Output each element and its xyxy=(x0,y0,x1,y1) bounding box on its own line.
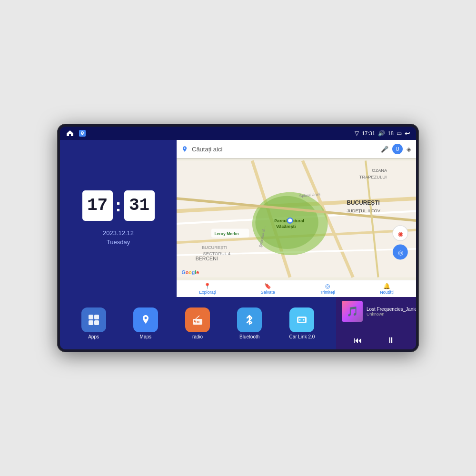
music-controls: ⏮ ⏸ ⏭ xyxy=(342,336,416,346)
map-bottom-bar: 📍 Explorați 🔖 Salvate ◎ Trimiteți 🔔 Nout… xyxy=(177,280,416,297)
status-bar: ▽ 17:31 🔊 18 ▭ ↩ xyxy=(60,127,416,140)
svg-text:◎: ◎ xyxy=(398,249,403,256)
voice-search-icon[interactable]: 🎤 xyxy=(381,146,388,153)
volume-icon: 🔊 xyxy=(378,130,385,137)
day-text: Tuesday xyxy=(103,238,134,247)
status-time: 17:31 xyxy=(362,130,375,136)
svg-text:◉: ◉ xyxy=(398,230,403,238)
date-display: 2023.12.12 Tuesday xyxy=(103,228,134,247)
music-play-pause-button[interactable]: ⏸ xyxy=(383,336,399,346)
map-search-bar: Căutați aici 🎤 U ◈ xyxy=(177,140,416,158)
back-icon[interactable]: ↩ xyxy=(405,129,410,137)
music-title: Lost Frequencies_Janieck Devy-... xyxy=(367,307,416,312)
radio-icon: FM xyxy=(185,307,210,332)
user-avatar[interactable]: U xyxy=(392,144,403,154)
map-search-text[interactable]: Căutați aici xyxy=(192,146,377,153)
maps-nav-icon[interactable] xyxy=(78,129,87,138)
apps-icon xyxy=(81,307,106,332)
maps-pin-icon xyxy=(181,146,188,152)
app-item-radio[interactable]: FM radio xyxy=(185,307,210,339)
music-panel: 🎵 Lost Frequencies_Janieck Devy-... Unkn… xyxy=(336,297,416,349)
app-item-bluetooth[interactable]: Bluetooth xyxy=(237,307,262,339)
share-icon: ◎ xyxy=(325,283,330,289)
music-thumbnail: 🎵 xyxy=(342,301,363,322)
clock-panel: 17 : 31 2023.12.12 Tuesday xyxy=(60,140,177,297)
maps-icon xyxy=(133,307,158,332)
svg-text:BERCENI: BERCENI xyxy=(196,256,218,261)
car-display-device: ▽ 17:31 🔊 18 ▭ ↩ 17 : 31 2023.12.12 Tues… xyxy=(57,124,419,352)
app-item-apps[interactable]: Apps xyxy=(81,307,106,339)
map-layers-icon[interactable]: ◈ xyxy=(407,146,411,153)
home-icon[interactable] xyxy=(66,129,74,138)
signal-icon: ▽ xyxy=(355,130,359,137)
svg-text:BUCUREȘTI: BUCUREȘTI xyxy=(202,245,227,250)
status-left xyxy=(66,129,87,138)
svg-rect-34 xyxy=(89,320,93,325)
svg-text:Văcărești: Văcărești xyxy=(276,224,296,229)
apps-panel: Apps Maps FM xyxy=(60,297,336,349)
svg-rect-0 xyxy=(79,130,86,137)
svg-text:TRAPEZULUI: TRAPEZULUI xyxy=(359,175,387,179)
svg-line-38 xyxy=(196,316,199,319)
music-artist: Unknown xyxy=(367,312,416,317)
clock-minute: 31 xyxy=(124,190,155,221)
explore-icon: 📍 xyxy=(204,283,211,289)
bottom-row: Apps Maps FM xyxy=(60,297,416,349)
map-news-btn[interactable]: 🔔 Noutăți xyxy=(380,283,394,295)
map-area[interactable]: Parcul Natural Văcărești Leroy Merlin BE… xyxy=(177,158,416,280)
device-screen: ▽ 17:31 🔊 18 ▭ ↩ 17 : 31 2023.12.12 Tues… xyxy=(60,127,416,349)
music-prev-button[interactable]: ⏮ xyxy=(350,336,366,346)
explore-label: Explorați xyxy=(199,290,216,295)
svg-point-27 xyxy=(288,218,292,222)
clock-hour: 17 xyxy=(82,190,113,221)
svg-text:SECTORUL 4: SECTORUL 4 xyxy=(203,251,231,256)
bluetooth-label: Bluetooth xyxy=(239,334,259,339)
maps-label: Maps xyxy=(140,334,151,339)
app-item-carlink[interactable]: Car Link 2.0 xyxy=(289,307,315,339)
svg-rect-32 xyxy=(89,315,93,319)
svg-rect-35 xyxy=(94,320,99,325)
map-saved-btn[interactable]: 🔖 Salvate xyxy=(261,283,275,295)
saved-icon: 🔖 xyxy=(264,283,271,289)
music-info-row: 🎵 Lost Frequencies_Janieck Devy-... Unkn… xyxy=(342,301,416,322)
battery-icon: ▭ xyxy=(397,130,402,137)
svg-point-39 xyxy=(194,320,196,322)
radio-label: radio xyxy=(192,334,203,339)
share-label: Trimiteți xyxy=(320,290,335,295)
svg-point-42 xyxy=(299,319,301,320)
date-text: 2023.12.12 xyxy=(103,228,134,238)
music-next-button[interactable]: ⏭ xyxy=(415,336,416,346)
carlink-icon xyxy=(289,307,314,332)
svg-text:BUCUREȘTI: BUCUREȘTI xyxy=(347,199,379,206)
svg-text:Leroy Merlin: Leroy Merlin xyxy=(214,231,238,236)
app-item-maps[interactable]: Maps xyxy=(133,307,158,339)
music-thumb-icon: 🎵 xyxy=(347,306,358,317)
svg-point-43 xyxy=(303,319,305,320)
svg-rect-33 xyxy=(94,315,99,319)
clock-sep: : xyxy=(116,196,121,216)
news-label: Noutăți xyxy=(380,290,394,295)
saved-label: Salvate xyxy=(261,290,275,295)
map-panel: Căutați aici 🎤 U ◈ xyxy=(177,140,416,297)
svg-text:Google: Google xyxy=(182,269,199,275)
svg-text:OZANA: OZANA xyxy=(372,168,387,173)
battery-level: 18 xyxy=(388,130,394,136)
map-explore-btn[interactable]: 📍 Explorați xyxy=(199,283,216,295)
status-right: ▽ 17:31 🔊 18 ▭ ↩ xyxy=(355,129,410,137)
news-icon: 🔔 xyxy=(383,283,390,289)
music-info: Lost Frequencies_Janieck Devy-... Unknow… xyxy=(367,307,416,317)
clock-display: 17 : 31 xyxy=(82,190,155,221)
map-share-btn[interactable]: ◎ Trimiteți xyxy=(320,283,335,295)
apps-label: Apps xyxy=(88,334,99,339)
carlink-label: Car Link 2.0 xyxy=(289,334,315,339)
bluetooth-icon xyxy=(237,307,262,332)
main-content: 17 : 31 2023.12.12 Tuesday Căutați aici … xyxy=(60,140,416,297)
svg-text:JUDEȚUL ILFOV: JUDEȚUL ILFOV xyxy=(347,208,380,213)
